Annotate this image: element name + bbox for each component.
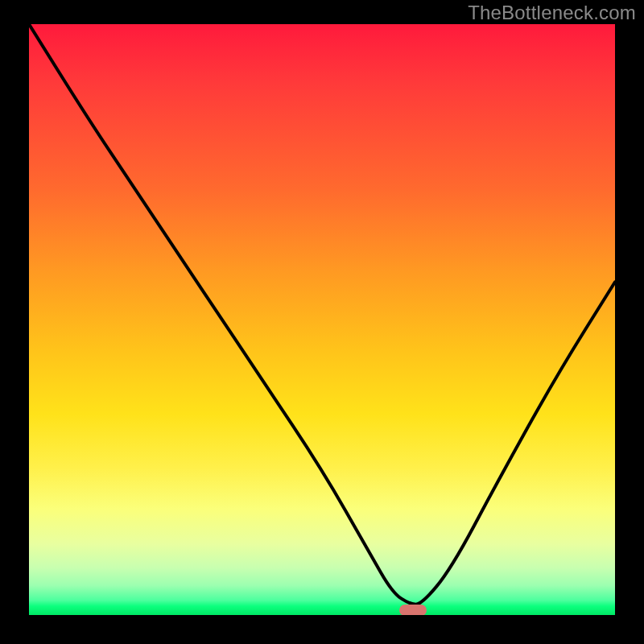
bottleneck-curve [29,24,615,610]
optimal-point-marker [399,605,427,615]
watermark-text: TheBottleneck.com [468,2,636,24]
figure-frame: TheBottleneck.com [0,0,644,644]
plot-area [29,24,615,615]
curve-path [29,24,615,605]
